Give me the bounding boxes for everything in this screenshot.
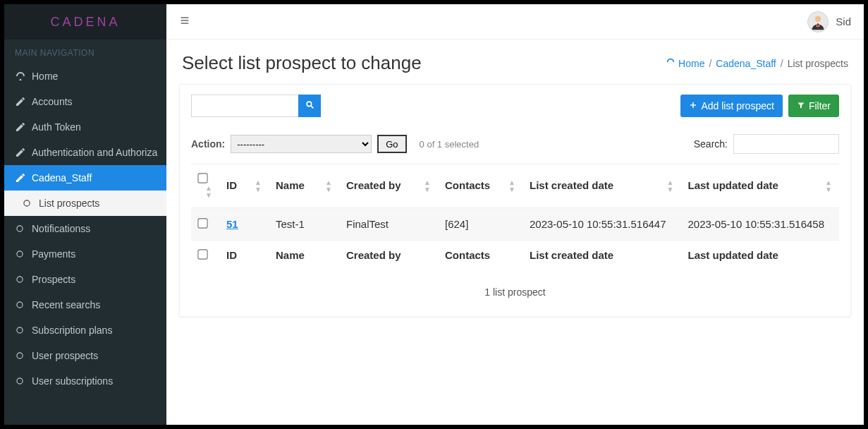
svg-line-15: [311, 106, 313, 108]
circle-icon: [15, 224, 32, 234]
dashboard-icon: [15, 71, 32, 82]
column-footer: Created by: [339, 241, 438, 270]
toolbar-row: Add list prospect Filter: [191, 95, 839, 117]
topbar: Sid: [166, 4, 864, 40]
sidebar-item-accounts[interactable]: Accounts: [4, 89, 166, 114]
sidebar-item-label: Accounts: [32, 96, 73, 107]
edit-icon: [15, 96, 32, 107]
svg-point-12: [815, 16, 821, 21]
dashboard-icon: [666, 57, 676, 69]
selection-info: 0 of 1 selected: [420, 139, 479, 150]
circle-icon: [15, 274, 32, 284]
search-button[interactable]: [298, 95, 321, 117]
breadcrumb-home[interactable]: Home: [666, 57, 704, 69]
sidebar-item-cadena-staff[interactable]: Cadena_Staff: [4, 165, 166, 191]
circle-icon: [15, 249, 32, 259]
search-box: [191, 95, 321, 117]
nav-list: Home Accounts Auth Token Authentication …: [4, 64, 166, 394]
column-footer: Last updated date: [681, 241, 840, 270]
svg-point-6: [17, 353, 23, 358]
action-label: Action:: [191, 138, 225, 150]
column-footer: List created date: [522, 241, 681, 270]
sidebar-item-label: List prospects: [39, 198, 99, 209]
filter-icon: [797, 100, 805, 111]
sidebar-item-user-subscriptions[interactable]: User subscriptions: [4, 368, 166, 394]
circle-icon: [15, 325, 32, 335]
action-row: Action: --------- Go 0 of 1 selected Sea…: [191, 134, 839, 154]
nav-header: MAIN NAVIGATION: [4, 40, 166, 64]
page-title: Select list prospect to change: [182, 52, 422, 74]
column-header[interactable]: Created by: [346, 179, 401, 191]
plus-icon: [689, 100, 697, 111]
sidebar-item-auth-token[interactable]: Auth Token: [4, 114, 166, 140]
breadcrumb: Home / Cadena_Staff / List prospects: [666, 57, 848, 69]
edit-icon: [15, 147, 32, 158]
column-footer: Contacts: [438, 241, 522, 270]
avatar-icon: [807, 11, 829, 32]
sidebar: CADENA MAIN NAVIGATION Home Accounts Aut…: [4, 4, 166, 425]
sidebar-item-label: Prospects: [32, 274, 75, 285]
sort-icon[interactable]: ▲▼: [667, 179, 674, 193]
column-header[interactable]: List created date: [530, 179, 613, 191]
row-id-link[interactable]: 51: [226, 218, 238, 230]
action-select[interactable]: ---------: [231, 135, 372, 153]
sidebar-item-subscription-plans[interactable]: Subscription plans: [4, 318, 166, 343]
sidebar-item-payments[interactable]: Payments: [4, 241, 166, 267]
sidebar-item-label: Auth Token: [32, 121, 81, 133]
sidebar-item-notifications[interactable]: Notificationss: [4, 216, 166, 241]
column-footer: ID: [219, 241, 269, 270]
sidebar-item-auth[interactable]: Authentication and Authoriza: [4, 140, 166, 165]
go-button[interactable]: Go: [377, 135, 406, 153]
sidebar-item-label: Authentication and Authoriza: [32, 147, 157, 158]
sort-icon[interactable]: ▲▼: [424, 179, 431, 193]
sidebar-item-list-prospects[interactable]: List prospects: [4, 191, 166, 216]
user-menu[interactable]: Sid: [807, 11, 851, 32]
table-search-input[interactable]: [733, 134, 839, 154]
search-input[interactable]: [191, 95, 298, 117]
cell-created: 2023-05-10 10:55:31.516447: [522, 208, 681, 241]
sidebar-item-user-prospects[interactable]: User prospects: [4, 343, 166, 368]
circle-icon: [15, 300, 32, 310]
circle-icon: [15, 351, 32, 361]
breadcrumb-separator: /: [781, 58, 783, 69]
sort-icon[interactable]: ▲▼: [508, 179, 515, 193]
breadcrumb-separator: /: [709, 58, 711, 69]
filter-button[interactable]: Filter: [788, 95, 839, 117]
column-header[interactable]: Last updated date: [688, 179, 778, 191]
sidebar-item-label: Subscription plans: [32, 325, 112, 336]
edit-icon: [15, 121, 32, 133]
sort-icon[interactable]: ▲▼: [205, 185, 212, 199]
circle-icon: [22, 198, 39, 208]
action-left: Action: --------- Go 0 of 1 selected: [191, 135, 479, 153]
column-header[interactable]: Name: [276, 179, 305, 191]
sort-icon[interactable]: ▲▼: [325, 179, 332, 193]
sort-icon[interactable]: ▲▼: [255, 179, 262, 193]
sidebar-item-label: Recent searchs: [32, 299, 100, 310]
sort-icon[interactable]: ▲▼: [825, 179, 832, 193]
svg-point-5: [17, 327, 23, 333]
breadcrumb-cadena-staff[interactable]: Cadena_Staff: [716, 58, 776, 69]
breadcrumb-current: List prospects: [788, 58, 848, 69]
sidebar-item-recent-searchs[interactable]: Recent searchs: [4, 292, 166, 318]
sidebar-item-home[interactable]: Home: [4, 64, 166, 89]
toolbar-buttons: Add list prospect Filter: [680, 95, 839, 117]
row-checkbox[interactable]: [197, 218, 207, 228]
column-header[interactable]: ID: [226, 179, 237, 191]
select-all-checkbox[interactable]: [197, 173, 207, 183]
cell-contacts: [624]: [438, 208, 522, 241]
sidebar-item-label: Notificationss: [32, 223, 90, 234]
add-list-prospect-button[interactable]: Add list prospect: [680, 95, 783, 117]
column-header[interactable]: Contacts: [445, 179, 490, 191]
table-search: Search:: [694, 134, 839, 154]
data-table: ▲▼ ID▲▼ Name▲▼ Created by▲▼ Contacts▲▼ L…: [191, 164, 839, 270]
hamburger-icon[interactable]: [179, 15, 190, 29]
sidebar-item-label: Payments: [32, 248, 75, 260]
svg-point-2: [17, 251, 23, 257]
select-all-footer-checkbox[interactable]: [197, 249, 207, 259]
svg-point-7: [17, 378, 23, 384]
main: Sid Select list prospect to change Home …: [166, 4, 864, 425]
sidebar-item-label: Cadena_Staff: [32, 172, 92, 183]
sidebar-item-label: User subscriptions: [32, 375, 113, 387]
cell-name: Test-1: [269, 208, 339, 241]
sidebar-item-prospects[interactable]: Prospects: [4, 267, 166, 292]
